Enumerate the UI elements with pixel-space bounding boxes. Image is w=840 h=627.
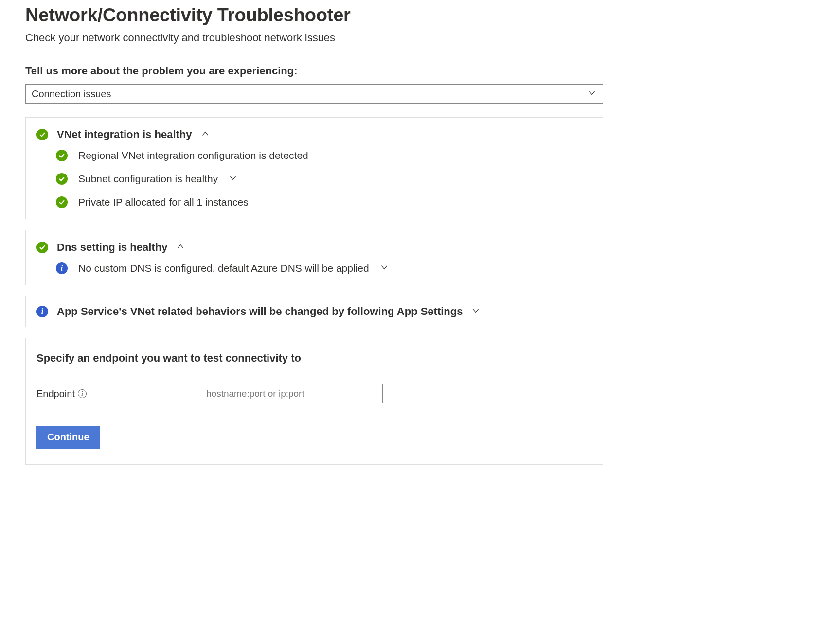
check-circle-icon xyxy=(36,129,48,140)
vnet-item-label: Subnet configuration is healthy xyxy=(78,173,218,185)
page-subtitle: Check your network connectivity and trou… xyxy=(25,32,815,44)
problem-prompt-label: Tell us more about the problem you are e… xyxy=(25,65,815,77)
dns-item-label: No custom DNS is configured, default Azu… xyxy=(78,262,369,274)
endpoint-panel: Specify an endpoint you want to test con… xyxy=(25,338,603,465)
info-circle-icon: i xyxy=(36,306,48,317)
vnet-item-subnet[interactable]: Subnet configuration is healthy xyxy=(56,173,592,185)
endpoint-title: Specify an endpoint you want to test con… xyxy=(36,352,592,365)
chevron-down-icon xyxy=(471,306,480,317)
dns-panel: Dns setting is healthy i No custom DNS i… xyxy=(25,230,603,285)
vnet-item-private-ip: Private IP allocated for all 1 instances xyxy=(56,196,592,208)
chevron-up-icon xyxy=(176,242,185,253)
dns-item-no-custom[interactable]: i No custom DNS is configured, default A… xyxy=(56,262,592,274)
check-circle-icon xyxy=(56,173,68,185)
vnet-header[interactable]: VNet integration is healthy xyxy=(36,128,592,141)
problem-select[interactable]: Connection issues xyxy=(25,84,603,104)
check-circle-icon xyxy=(56,196,68,208)
endpoint-label: Endpoint i xyxy=(36,388,197,400)
dns-title: Dns setting is healthy xyxy=(57,241,167,254)
endpoint-label-text: Endpoint xyxy=(36,388,75,400)
vnet-item-label: Private IP allocated for all 1 instances xyxy=(78,196,249,208)
info-circle-icon: i xyxy=(56,262,68,274)
info-outline-icon[interactable]: i xyxy=(78,389,87,398)
chevron-up-icon xyxy=(201,129,210,140)
app-settings-panel: i App Service's VNet related behaviors w… xyxy=(25,296,603,327)
chevron-down-icon xyxy=(380,262,389,274)
chevron-down-icon xyxy=(229,173,237,185)
check-circle-icon xyxy=(36,242,48,253)
page-title: Network/Connectivity Troubleshooter xyxy=(25,5,815,26)
app-settings-header[interactable]: i App Service's VNet related behaviors w… xyxy=(36,305,592,318)
vnet-item-label: Regional VNet integration configuration … xyxy=(78,150,308,161)
check-circle-icon xyxy=(56,150,68,161)
vnet-panel: VNet integration is healthy Regional VNe… xyxy=(25,117,603,219)
continue-button[interactable]: Continue xyxy=(36,426,100,449)
vnet-item-regional: Regional VNet integration configuration … xyxy=(56,150,592,161)
app-settings-title: App Service's VNet related behaviors wil… xyxy=(57,305,463,318)
problem-select-value: Connection issues xyxy=(32,88,111,100)
vnet-title: VNet integration is healthy xyxy=(57,128,192,141)
endpoint-input[interactable] xyxy=(201,384,383,403)
dns-header[interactable]: Dns setting is healthy xyxy=(36,241,592,254)
